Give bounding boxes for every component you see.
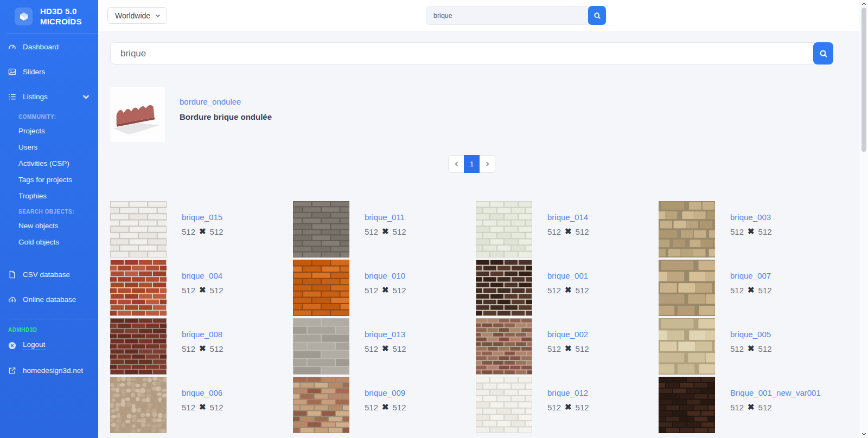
result-dimensions: 512 ✖ 512: [182, 402, 224, 412]
sidebar-item-listings[interactable]: Listings: [0, 84, 98, 109]
sidebar-item-sliders[interactable]: Sliders: [0, 59, 98, 84]
result-dimensions: 512 ✖ 512: [730, 344, 772, 353]
sidebar-item-projects[interactable]: Projects: [0, 123, 98, 139]
featured-name-link[interactable]: bordure_ondulee: [180, 97, 241, 106]
result-width-value: 512: [730, 227, 744, 236]
sidebar-item-csv-database[interactable]: CSV database: [0, 262, 98, 287]
result-name-link[interactable]: brique_003: [730, 212, 771, 222]
result-width-value: 512: [547, 286, 561, 295]
result-thumbnail[interactable]: [110, 260, 167, 316]
topbar-search-button[interactable]: [588, 6, 606, 25]
result-thumbnail[interactable]: [293, 377, 349, 433]
result-name-link[interactable]: brique_002: [547, 330, 588, 339]
dimensions-x-icon: ✖: [199, 227, 206, 236]
result-width-value: 512: [182, 227, 195, 236]
result-name-link[interactable]: brique_014: [547, 212, 588, 222]
result-width-value: 512: [365, 227, 378, 236]
sidebar-item-logout[interactable]: Logout: [0, 333, 98, 358]
sidebar-item-activities-csp[interactable]: Activities (CSP): [0, 155, 98, 171]
result-item: brique_001 512 ✖ 512: [476, 260, 659, 316]
result-width-value: 512: [182, 286, 195, 295]
sidebar-item-online-database[interactable]: Online database: [0, 287, 98, 312]
result-name-link[interactable]: brique_008: [182, 330, 222, 339]
result-name-link[interactable]: brique_006: [182, 388, 222, 397]
result-name-link[interactable]: brique_012: [547, 388, 588, 397]
chevron-down-icon: [155, 13, 161, 18]
sidebar-item-label: Dashboard: [23, 43, 59, 51]
sidebar-item-tags-for-projects[interactable]: Tags for projects: [0, 171, 98, 188]
main-search-bar: [110, 42, 833, 65]
scrollbar-thumb[interactable]: [861, 8, 866, 152]
main-search-button[interactable]: [813, 42, 833, 65]
result-height-value: 512: [393, 227, 406, 236]
result-thumbnail[interactable]: [476, 377, 532, 433]
sidebar-item-dashboard[interactable]: Dashboard: [0, 34, 98, 59]
sidebar: HD3D 5.0 MICROÏDS Dashboard Sliders List…: [0, 0, 98, 438]
result-thumbnail[interactable]: [659, 377, 715, 433]
result-thumbnail[interactable]: [659, 201, 715, 257]
result-item: brique_005 512 ✖ 512: [659, 318, 841, 375]
list-icon: [8, 93, 16, 101]
app-logo[interactable]: HD3D 5.0 MICROÏDS: [0, 0, 98, 27]
result-dimensions: 512 ✖ 512: [547, 344, 589, 353]
sidebar-item-users[interactable]: Users: [0, 139, 98, 155]
dimensions-x-icon: ✖: [199, 344, 206, 353]
result-height-value: 512: [210, 286, 224, 295]
pagination-page-1[interactable]: 1: [464, 155, 480, 173]
main-search-input[interactable]: [110, 42, 815, 65]
result-name-link[interactable]: brique_011: [365, 212, 405, 222]
result-width-value: 512: [547, 403, 561, 412]
scroll-down-icon[interactable]: [861, 431, 867, 437]
result-item: brique_010 512 ✖ 512: [293, 260, 476, 316]
chevron-right-icon: [484, 161, 490, 167]
result-thumbnail[interactable]: [476, 318, 532, 375]
pagination-next-button[interactable]: [480, 155, 495, 173]
image-icon: [8, 68, 16, 76]
result-name-link[interactable]: brique_001: [547, 271, 588, 280]
search-icon: [819, 49, 828, 58]
result-thumbnail[interactable]: [293, 201, 349, 257]
result-thumbnail[interactable]: [110, 201, 167, 257]
result-thumbnail[interactable]: [293, 260, 349, 316]
result-height-value: 512: [393, 403, 406, 412]
sidebar-item-homedesign3d-net[interactable]: homedesign3d.net: [0, 358, 98, 383]
result-thumbnail[interactable]: [659, 260, 715, 316]
result-width-value: 512: [730, 286, 744, 295]
sidebar-item-trophies[interactable]: Trophies: [0, 188, 98, 204]
vertical-scrollbar[interactable]: [859, 0, 868, 438]
result-thumbnail[interactable]: [476, 201, 532, 257]
result-width-value: 512: [730, 403, 744, 412]
result-thumbnail[interactable]: [110, 377, 167, 433]
result-name-link[interactable]: brique_007: [730, 271, 771, 280]
result-name-link[interactable]: brique_009: [365, 388, 405, 397]
result-name-link[interactable]: brique_004: [182, 271, 222, 280]
result-dimensions: 512 ✖ 512: [182, 285, 224, 295]
result-name-link[interactable]: brique_015: [182, 212, 222, 222]
result-width-value: 512: [730, 344, 744, 353]
sidebar-item-new-objects[interactable]: New objects: [0, 217, 98, 234]
result-name-link[interactable]: brique_010: [365, 271, 405, 280]
pagination: 1: [110, 155, 833, 173]
featured-thumbnail[interactable]: [110, 87, 165, 142]
result-name-link[interactable]: brique_005: [730, 330, 771, 339]
cloud-upload-icon: [8, 295, 16, 304]
result-thumbnail[interactable]: [110, 318, 167, 375]
pagination-prev-button[interactable]: [448, 155, 464, 173]
topbar-search-input[interactable]: [426, 6, 589, 25]
region-select[interactable]: Worldwide: [107, 7, 167, 24]
result-thumbnail[interactable]: [293, 318, 349, 375]
sidebar-item-gold-objects[interactable]: Gold objects: [0, 234, 98, 250]
result-dimensions: 512 ✖ 512: [365, 285, 406, 295]
result-name-link[interactable]: Brique_001_new_var001: [730, 388, 821, 397]
result-name-link[interactable]: brique_013: [365, 330, 405, 339]
result-dimensions: 512 ✖ 512: [730, 285, 772, 295]
result-item: brique_015 512 ✖ 512: [110, 201, 293, 257]
sidebar-item-label: homedesign3d.net: [23, 366, 83, 375]
result-thumbnail[interactable]: [476, 260, 532, 316]
scroll-up-icon[interactable]: [861, 1, 867, 7]
result-dimensions: 512 ✖ 512: [730, 227, 772, 236]
result-height-value: 512: [210, 344, 224, 353]
result-width-value: 512: [547, 227, 561, 236]
result-thumbnail[interactable]: [659, 318, 715, 375]
dimensions-x-icon: ✖: [748, 402, 755, 412]
